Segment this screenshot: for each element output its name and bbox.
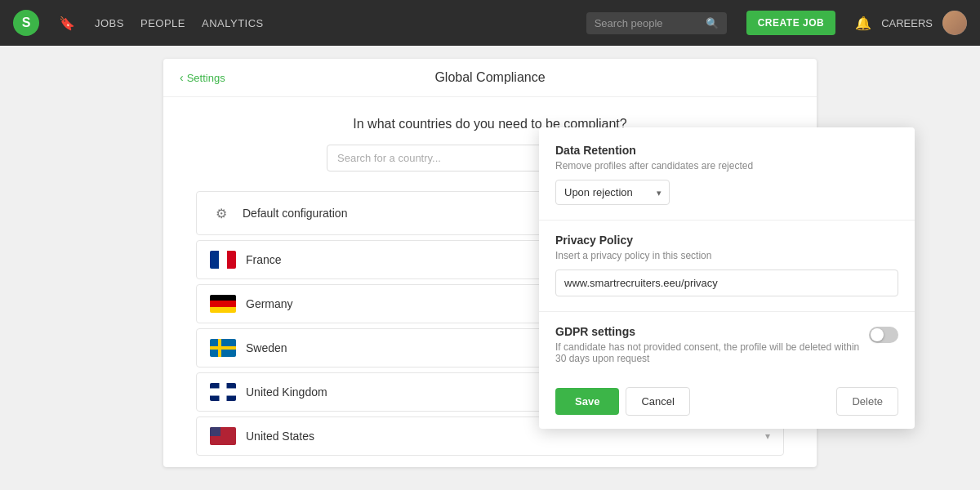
panel-divider <box>539 220 915 220</box>
delete-button[interactable]: Delete <box>836 387 898 416</box>
main-area: ‹ Settings Global Compliance In what cou… <box>0 46 980 490</box>
data-retention-title: Data Retention <box>555 144 898 157</box>
panel-divider <box>539 311 915 312</box>
avatar[interactable] <box>942 11 967 35</box>
default-config-label: Default configuration <box>243 207 347 220</box>
retention-select-wrap: Upon rejection After 30 days After 60 da… <box>555 180 670 205</box>
careers-label[interactable]: CAREERS <box>881 17 933 29</box>
search-bar[interactable]: 🔍 <box>586 12 727 34</box>
gdpr-toggle[interactable] <box>869 327 898 343</box>
privacy-policy-desc: Insert a privacy policy in this section <box>555 250 898 261</box>
sweden-flag <box>210 339 236 357</box>
cancel-button[interactable]: Cancel <box>626 387 689 416</box>
data-retention-section: Data Retention Remove profiles after can… <box>555 144 898 205</box>
gdpr-title: GDPR settings <box>555 325 861 338</box>
notifications-icon[interactable]: 🔔 <box>855 16 871 31</box>
top-navigation: S 🔖 JOBS PEOPLE ANALYTICS 🔍 CREATE JOB 🔔… <box>0 0 980 46</box>
country-name: Germany <box>246 297 293 310</box>
nav-people[interactable]: PEOPLE <box>140 17 185 29</box>
country-name: United Kingdom <box>246 385 327 399</box>
france-flag <box>210 251 236 269</box>
country-name: France <box>246 253 282 266</box>
search-input[interactable] <box>595 17 701 29</box>
settings-header: ‹ Settings Global Compliance <box>163 59 817 97</box>
search-icon: 🔍 <box>706 17 719 29</box>
nav-links: JOBS PEOPLE ANALYTICS <box>95 17 264 29</box>
privacy-policy-title: Privacy Policy <box>555 234 898 247</box>
back-link[interactable]: ‹ Settings <box>180 71 225 84</box>
chevron-down-icon: ▾ <box>765 430 770 442</box>
gdpr-section: GDPR settings If candidate has not provi… <box>555 325 898 372</box>
data-retention-desc: Remove profiles after candidates are rej… <box>555 160 898 172</box>
bookmark-icon[interactable]: 🔖 <box>59 16 75 31</box>
back-label[interactable]: Settings <box>187 72 225 84</box>
toggle-knob <box>871 328 884 341</box>
country-name: United States <box>246 430 314 443</box>
us-flag <box>210 427 236 445</box>
privacy-policy-input[interactable] <box>555 270 898 296</box>
gdpr-toggle-wrap[interactable] <box>869 327 898 343</box>
gear-icon: ⚙ <box>210 202 233 225</box>
germany-flag <box>210 295 236 313</box>
page-title: Global Compliance <box>180 70 800 85</box>
app-logo: S <box>13 10 39 36</box>
gdpr-desc: If candidate has not provided consent, t… <box>555 341 861 364</box>
panel-actions: Save Cancel Delete <box>555 387 898 416</box>
create-job-button[interactable]: CREATE JOB <box>746 11 835 35</box>
topnav-right: 🔔 CAREERS <box>855 11 967 35</box>
back-arrow-icon: ‹ <box>180 71 184 84</box>
country-name: Sweden <box>246 341 287 354</box>
privacy-policy-section: Privacy Policy Insert a privacy policy i… <box>555 234 898 296</box>
uk-flag <box>210 383 236 401</box>
nav-analytics[interactable]: ANALYTICS <box>202 17 264 29</box>
side-panel: Data Retention Remove profiles after can… <box>539 127 915 429</box>
nav-jobs[interactable]: JOBS <box>95 17 124 29</box>
retention-select[interactable]: Upon rejection After 30 days After 60 da… <box>555 180 670 205</box>
save-button[interactable]: Save <box>555 388 619 415</box>
